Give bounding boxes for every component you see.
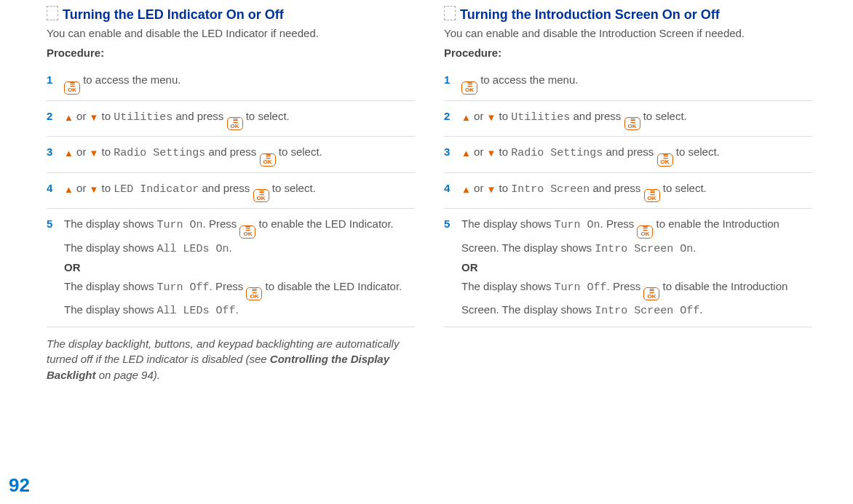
step-number: 4 [47,179,52,198]
ok-button-icon: ☰OK [239,225,255,239]
step-number: 1 [444,71,450,89]
text: The display shows [64,280,157,292]
press-text: and press [199,182,253,194]
or-separator: OR [461,261,478,273]
to-text: to [496,110,511,122]
ok-button-icon: ☰OK [227,117,243,130]
down-arrow-icon: ▼ [487,112,496,123]
down-arrow-icon: ▼ [90,184,99,195]
ok-button-icon: ☰OK [260,153,276,167]
menu-target: Utilities [114,111,172,124]
step-4: 4 ▲ or ▼ to Intro Screen and press ☰OK t… [444,173,812,209]
press-text: and press [603,145,656,158]
display-value: Intro Screen Off [595,305,699,317]
select-text: to select. [276,145,322,158]
procedure-list: 1 ☰OK to access the menu. 2 ▲ or ▼ to Ut… [444,65,812,327]
heading-text: Turning the LED Indicator On or Off [63,7,284,22]
down-arrow-icon: ▼ [487,184,496,195]
note-text: The display backlight, buttons, and keyp… [47,336,415,383]
step-text: to access the menu. [477,73,578,86]
menu-target: Utilities [511,111,570,124]
text: . Press [210,280,247,292]
ok-button-icon: ☰OK [657,153,673,167]
text: . Press [203,217,240,230]
step-number: 3 [47,143,52,161]
intro-text: You can enable and disable the LED Indic… [47,27,415,39]
step-number: 2 [47,107,52,126]
to-text: to [98,182,114,194]
step-1: 1 ☰OK to access the menu. [444,65,812,101]
or-separator: OR [64,261,81,273]
ok-button-icon: ☰OK [246,287,262,300]
press-text: and press [172,110,226,122]
up-arrow-icon: ▲ [64,184,74,195]
section-heading-led: Turning the LED Indicator On or Off [47,6,415,23]
page-content: Turning the LED Indicator On or Off You … [0,0,853,394]
procedure-label: Procedure: [47,47,415,59]
select-text: to select. [269,182,316,194]
select-text: to select. [673,145,720,158]
ok-button-icon: ☰OK [461,81,477,95]
heading-marker-icon [47,6,58,20]
down-arrow-icon: ▼ [487,148,496,159]
step-number: 5 [47,215,52,233]
dot: . [236,303,239,316]
press-text: and press [205,145,259,158]
step-number: 2 [444,107,450,126]
to-text: to [496,145,511,158]
text: . Press [607,280,644,292]
or-text: or [74,110,90,122]
step-1: 1 ☰OK to access the menu. [47,65,415,101]
display-value: Intro Screen On [595,243,693,255]
display-value: Turn Off [555,281,607,294]
or-text: or [74,145,90,158]
step-number: 1 [47,71,52,89]
heading-marker-icon [444,6,456,20]
step-4: 4 ▲ or ▼ to LED Indicator and press ☰OK … [47,173,415,209]
text: The display shows [64,217,157,230]
dot: . [229,241,232,254]
step-3: 3 ▲ or ▼ to Radio Settings and press ☰OK… [444,137,812,173]
select-text: to select. [640,110,687,122]
down-arrow-icon: ▼ [90,148,99,159]
select-text: to select. [243,110,290,122]
to-text: to [98,145,114,158]
display-value: Turn On [555,219,600,231]
display-value: Turn On [157,219,203,231]
to-text: to [98,110,114,122]
step-2: 2 ▲ or ▼ to Utilities and press ☰OK to s… [444,101,812,137]
procedure-list: 1 ☰OK to access the menu. 2 ▲ or ▼ to Ut… [47,65,415,327]
up-arrow-icon: ▲ [461,184,471,195]
menu-target: LED Indicator [114,183,199,196]
press-text: and press [590,182,643,194]
step-number: 4 [444,179,450,198]
page-number: 92 [9,474,30,497]
menu-target: Intro Screen [511,183,590,196]
ok-button-icon: ☰OK [637,225,653,239]
up-arrow-icon: ▲ [64,148,74,159]
ok-button-icon: ☰OK [253,189,269,202]
up-arrow-icon: ▲ [461,112,471,123]
step-2: 2 ▲ or ▼ to Utilities and press ☰OK to s… [47,101,415,137]
note-segment: on page 94). [96,369,160,381]
menu-target: Radio Settings [114,147,205,159]
press-text: and press [570,110,624,122]
to-text: to [496,182,511,194]
step-3: 3 ▲ or ▼ to Radio Settings and press ☰OK… [47,137,415,173]
select-text: to select. [660,182,707,194]
ok-button-icon: ☰OK [64,81,80,95]
menu-target: Radio Settings [511,147,603,159]
step-number: 5 [444,215,450,233]
or-text: or [471,182,487,194]
down-arrow-icon: ▼ [90,112,99,123]
ok-button-icon: ☰OK [624,117,640,130]
ok-button-icon: ☰OK [643,287,659,300]
display-value: Turn Off [157,281,210,294]
text: The display shows [461,280,555,292]
up-arrow-icon: ▲ [64,112,74,123]
text: The display shows [461,217,555,230]
or-text: or [74,182,90,194]
left-column: Turning the LED Indicator On or Off You … [47,0,429,394]
or-text: or [471,145,487,158]
step-5: 5 The display shows Turn On. Press ☰OK t… [47,209,415,327]
